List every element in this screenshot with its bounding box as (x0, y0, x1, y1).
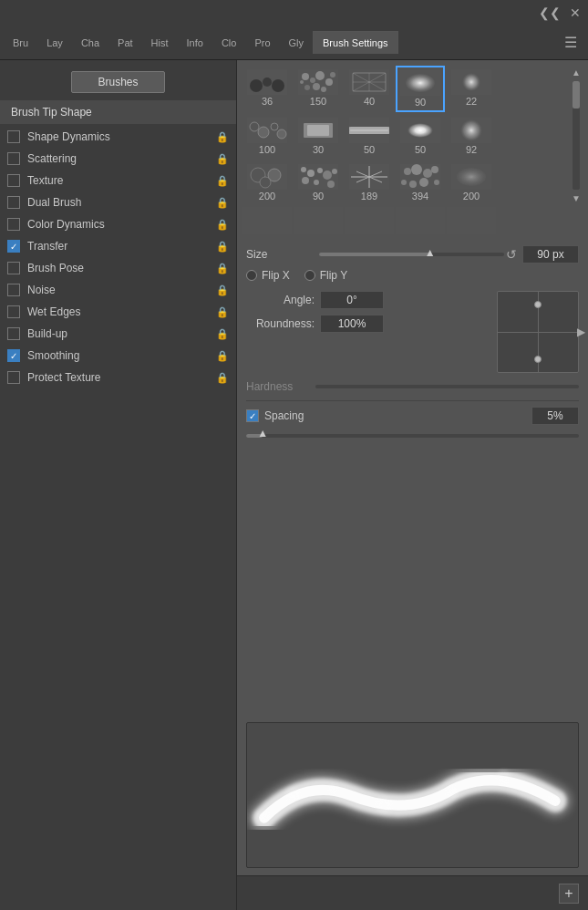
svg-point-31 (260, 177, 271, 188)
setting-scattering[interactable]: Scattering 🔒 (0, 148, 236, 170)
size-slider-track[interactable]: ▲ (319, 253, 504, 256)
svg-point-35 (323, 171, 332, 180)
scattering-label: Scattering (27, 152, 212, 165)
roundness-input[interactable] (320, 315, 384, 333)
spacing-value-input[interactable] (531, 407, 579, 425)
svg-point-6 (325, 78, 333, 86)
preset-92[interactable]: 92 (447, 114, 496, 159)
hardness-label: Hardness (246, 380, 310, 393)
size-reset-icon[interactable]: ↺ (506, 247, 517, 262)
dual-brush-checkbox[interactable] (7, 196, 20, 209)
color-dynamics-lock: 🔒 (216, 219, 229, 231)
spacing-slider-thumb[interactable]: ▲ (257, 427, 268, 439)
dial-dot-top[interactable] (534, 301, 542, 308)
tab-lay[interactable]: Lay (37, 32, 72, 54)
svg-point-7 (304, 85, 310, 90)
flip-y-radio[interactable] (304, 270, 315, 281)
collapse-button[interactable]: ❮❮ (539, 5, 561, 20)
preset-200b[interactable]: 200 (447, 160, 496, 205)
tab-brush-settings[interactable]: Brush Settings (313, 31, 398, 54)
preset-30-num: 30 (313, 144, 324, 155)
tab-clo[interactable]: Clo (212, 32, 246, 54)
flip-x-radio[interactable] (246, 270, 257, 281)
transfer-checkbox[interactable] (7, 240, 20, 253)
scattering-checkbox[interactable] (7, 152, 20, 165)
tab-hist[interactable]: Hist (142, 32, 178, 54)
spacing-slider-track[interactable] (246, 434, 579, 438)
tab-pro[interactable]: Pro (245, 32, 279, 54)
setting-smoothing[interactable]: Smoothing 🔒 (0, 345, 236, 367)
svg-point-28 (460, 119, 482, 141)
dial-dot-bottom[interactable] (534, 356, 542, 363)
preset-150[interactable]: 150 (294, 66, 343, 112)
tab-info[interactable]: Info (178, 32, 212, 54)
preset-30[interactable]: 30 (294, 114, 343, 159)
setting-protect-texture[interactable]: Protect Texture 🔒 (0, 367, 236, 388)
brushes-button[interactable]: Brushes (71, 71, 164, 93)
ar-fields: Angle: Roundness: (246, 291, 488, 373)
close-button[interactable]: ✕ (570, 5, 581, 20)
svg-point-27 (407, 123, 433, 138)
preset-50b[interactable]: 50 (396, 114, 445, 159)
tab-menu-button[interactable]: ☰ (557, 34, 584, 51)
preset-40[interactable]: 40 (345, 66, 394, 112)
size-slider-thumb[interactable]: ▲ (425, 246, 436, 259)
size-slider-fill (319, 253, 430, 256)
setting-brush-pose[interactable]: Brush Pose 🔒 (0, 257, 236, 279)
setting-wet-edges[interactable]: Wet Edges 🔒 (0, 301, 236, 323)
color-dynamics-checkbox[interactable] (7, 218, 20, 231)
preset-90[interactable]: 90 (396, 66, 445, 112)
scroll-down-arrow[interactable]: ▼ (570, 191, 583, 205)
presets-grid: 36 (242, 66, 570, 205)
brush-tip-shape-header[interactable]: Brush Tip Shape (0, 100, 236, 124)
setting-texture[interactable]: Texture 🔒 (0, 170, 236, 191)
setting-build-up[interactable]: Build-up 🔒 (0, 323, 236, 345)
wet-edges-checkbox[interactable] (7, 305, 20, 318)
preset-200a[interactable]: 200 (242, 160, 292, 205)
setting-noise[interactable]: Noise 🔒 (0, 279, 236, 301)
build-up-checkbox[interactable] (7, 327, 20, 340)
preset-394[interactable]: 394 (396, 160, 445, 205)
scroll-up-arrow[interactable]: ▲ (570, 66, 583, 79)
setting-dual-brush[interactable]: Dual Brush 🔒 (0, 191, 236, 213)
protect-texture-checkbox[interactable] (7, 371, 20, 384)
scroll-track[interactable] (573, 81, 580, 190)
texture-label: Texture (27, 174, 212, 187)
angle-dial[interactable]: ▶ (497, 291, 579, 373)
preset-90b[interactable]: 90 (294, 160, 343, 205)
preset-40-num: 40 (364, 96, 375, 107)
spacing-checkbox[interactable] (246, 409, 259, 422)
smoothing-checkbox[interactable] (7, 349, 20, 362)
tab-cha[interactable]: Cha (72, 32, 108, 54)
svg-point-33 (307, 170, 315, 177)
setting-shape-dynamics[interactable]: Shape Dynamics 🔒 (0, 126, 236, 148)
preset-189[interactable]: 189 (345, 160, 394, 205)
svg-point-3 (302, 73, 309, 80)
svg-point-2 (272, 79, 284, 92)
noise-checkbox[interactable] (7, 284, 20, 296)
brush-pose-checkbox[interactable] (7, 262, 20, 274)
texture-checkbox[interactable] (7, 174, 20, 187)
tab-gly[interactable]: Gly (280, 32, 314, 54)
setting-color-dynamics[interactable]: Color Dynamics 🔒 (0, 213, 236, 235)
preset-50a-num: 50 (364, 144, 375, 155)
tab-bru[interactable]: Bru (4, 32, 37, 54)
scroll-thumb[interactable] (573, 81, 580, 109)
preset-22[interactable]: 22 (447, 66, 496, 112)
tab-pat[interactable]: Pat (108, 32, 142, 54)
angle-input[interactable] (320, 291, 384, 309)
new-brush-button[interactable]: + (559, 884, 579, 904)
size-value-input[interactable] (522, 245, 579, 264)
setting-transfer[interactable]: Transfer 🔒 (0, 235, 236, 257)
svg-point-53 (257, 812, 269, 823)
protect-texture-label: Protect Texture (27, 371, 212, 384)
texture-lock: 🔒 (216, 175, 229, 187)
hardness-row: Hardness (246, 380, 579, 393)
preset-50a[interactable]: 50 (345, 114, 394, 159)
brush-pose-label: Brush Pose (27, 262, 212, 274)
preset-36[interactable]: 36 (242, 66, 292, 112)
shape-dynamics-checkbox[interactable] (7, 130, 20, 143)
svg-point-47 (431, 166, 438, 173)
preset-100[interactable]: 100 (242, 114, 292, 159)
spacing-label: Spacing (264, 409, 526, 422)
